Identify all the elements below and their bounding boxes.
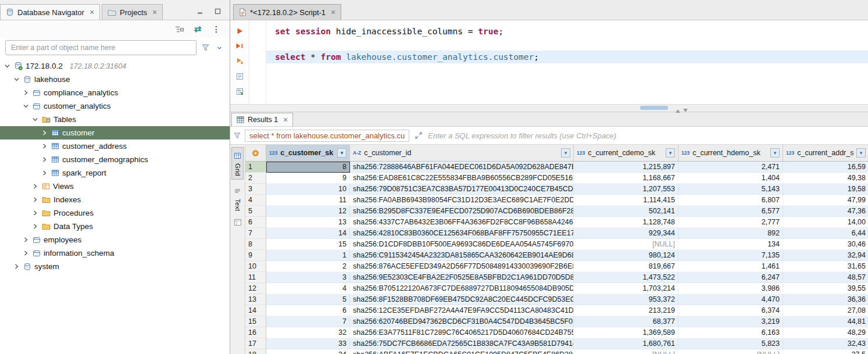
cell-c_current_hdemo_sk[interactable]: 3,219 <box>678 316 783 327</box>
row-number[interactable]: 11 <box>245 272 266 283</box>
tab-sql-script[interactable]: *<172.18.0.2> Script-1 × <box>233 4 341 20</box>
maximize-icon[interactable] <box>212 6 223 16</box>
cell-c_current_hdemo_sk[interactable]: 892 <box>678 228 783 239</box>
cell-c_current_addr_sk[interactable]: 47,99 <box>783 195 868 206</box>
cell-c_customer_sk[interactable]: 2 <box>266 261 350 272</box>
tree-item-lakehouse[interactable]: lakehouse <box>0 73 230 86</box>
cell-c_customer_id[interactable]: sha256:620746BED947362BCD6CF31B0A4C547DD… <box>350 316 574 327</box>
code-line[interactable] <box>266 38 868 51</box>
row-number[interactable]: 13 <box>245 294 266 305</box>
column-filter-icon[interactable]: ▾ <box>561 148 570 158</box>
cell-c_current_cdemo_sk[interactable]: [NULL] <box>574 239 678 250</box>
chevron-right-icon[interactable] <box>31 210 39 216</box>
cell-c_customer_id[interactable]: sha256:12CE35EFDABF272A4A47E9FA9CC5D4113… <box>350 305 574 316</box>
cell-c_current_addr_sk[interactable]: 47,36 <box>783 206 868 217</box>
cell-c_customer_id[interactable]: sha256:9E52303CE4FBA2E2F0525E8A5BFBD2C1A… <box>350 272 574 283</box>
row-number[interactable]: 5 <box>245 206 266 217</box>
chevron-right-icon[interactable] <box>31 197 39 202</box>
cell-c_current_addr_sk[interactable]: 36,36 <box>783 294 868 305</box>
row-number[interactable]: 14 <box>245 305 266 316</box>
row-number[interactable]: 9 <box>245 250 266 261</box>
cell-c_current_addr_sk[interactable]: 19,58 <box>783 184 868 195</box>
cell-c_current_cdemo_sk[interactable]: 953,372 <box>574 294 678 305</box>
cell-c_current_cdemo_sk[interactable]: 213,219 <box>574 305 678 316</box>
chevron-right-icon[interactable] <box>22 237 30 242</box>
tree-item-compliance-analytics[interactable]: compliance_analytics <box>0 86 230 99</box>
row-number[interactable]: 2 <box>245 173 266 184</box>
row-number[interactable]: 7 <box>245 228 266 239</box>
cell-c_current_addr_sk[interactable]: 48,29 <box>783 327 868 338</box>
cell-c_current_addr_sk[interactable]: 48,57 <box>783 272 868 283</box>
cell-c_current_hdemo_sk[interactable]: 5,143 <box>678 184 783 195</box>
column-filter-icon[interactable]: ▾ <box>666 148 675 158</box>
cell-c_customer_id[interactable]: sha256:D1CDF8DBB10F500EA9693C86DE6DEAA05… <box>350 239 574 250</box>
editor-results-sash[interactable] <box>230 104 868 112</box>
cell-c_current_cdemo_sk[interactable]: 68,377 <box>574 316 678 327</box>
cell-c_current_cdemo_sk[interactable]: 980,124 <box>574 250 678 261</box>
cell-c_current_addr_sk[interactable]: 31,65 <box>783 261 868 272</box>
cell-c_current_hdemo_sk[interactable]: 6,577 <box>678 206 783 217</box>
collapse-all-icon[interactable] <box>174 24 184 34</box>
cell-c_current_hdemo_sk[interactable]: 6,247 <box>678 272 783 283</box>
cell-c_current_cdemo_sk[interactable]: 1,369,589 <box>574 327 678 338</box>
chevron-right-icon[interactable] <box>22 251 30 256</box>
cell-c_customer_id[interactable]: sha256:72888646ABF61FA044EDEC061D6DA5A09… <box>350 162 574 173</box>
cell-c_current_addr_sk[interactable]: 32,43 <box>783 338 868 349</box>
row-number[interactable]: 3 <box>245 184 266 195</box>
tree-item-customer-analytics[interactable]: customer_analytics <box>0 99 230 113</box>
row-number[interactable]: 1 <box>245 162 266 173</box>
execute-script-icon[interactable] <box>234 41 245 51</box>
cell-c_customer_sk[interactable]: 14 <box>266 228 350 239</box>
cell-c_current_addr_sk[interactable]: 49,38 <box>783 173 868 184</box>
column-header-c_current_hdemo_sk[interactable]: 123c_current_hdemo_sk▾ <box>678 145 783 161</box>
cell-c_customer_id[interactable]: sha256:E3A77511F81C7289C76C4065217D5D406… <box>350 327 574 338</box>
cell-c_customer_sk[interactable]: 15 <box>266 239 350 250</box>
cell-c_customer_id[interactable]: sha256:4337C7AB6432E3B06FF4A3636FD2F8CC8… <box>350 217 574 228</box>
cell-c_customer_sk[interactable]: 4 <box>266 283 350 294</box>
cell-c_customer_id[interactable]: sha256:876ACE5EFED349A2D56F77D5084891433… <box>350 261 574 272</box>
cell-c_current_cdemo_sk[interactable]: 1,207,553 <box>574 184 678 195</box>
cell-c_current_addr_sk[interactable]: 6,44 <box>783 228 868 239</box>
cell-c_customer_sk[interactable]: 12 <box>266 206 350 217</box>
cell-c_current_addr_sk[interactable]: 27,08 <box>783 305 868 316</box>
cell-c_customer_id[interactable]: sha256:ABFA16E7E1ECBDCA65C01CE1095D847C5… <box>350 349 574 354</box>
tree-item-employees[interactable]: employees <box>0 233 230 246</box>
tree-item-system[interactable]: system <box>0 260 230 273</box>
cell-c_current_hdemo_sk[interactable]: 134 <box>678 239 783 250</box>
cell-c_current_addr_sk[interactable]: 32,94 <box>783 250 868 261</box>
column-header-c_current_cdemo_sk[interactable]: 123c_current_cdemo_sk▾ <box>574 145 678 161</box>
chevron-down-icon[interactable] <box>22 103 30 109</box>
sql-code-area[interactable]: set session hide_inaccessible_columns = … <box>266 20 868 104</box>
cell-c_customer_sk[interactable]: 34 <box>266 349 350 354</box>
cell-c_current_cdemo_sk[interactable]: 1,473,522 <box>574 272 678 283</box>
cell-c_customer_sk[interactable]: 8 <box>266 162 350 173</box>
column-filter-icon[interactable]: ▾ <box>856 148 866 158</box>
cell-c_customer_sk[interactable]: 5 <box>266 294 350 305</box>
tree-item-customer[interactable]: customer <box>0 126 230 140</box>
cell-c_current_hdemo_sk[interactable]: 6,807 <box>678 195 783 206</box>
horizontal-scrollbar-thumb[interactable] <box>640 106 668 110</box>
cell-c_current_cdemo_sk[interactable]: 502,141 <box>574 206 678 217</box>
row-number[interactable]: 18 <box>245 349 266 354</box>
chevron-right-icon[interactable] <box>41 170 48 176</box>
cell-c_current_cdemo_sk[interactable]: 819,667 <box>574 261 678 272</box>
column-filter-icon[interactable]: ▾ <box>770 148 780 158</box>
cell-c_current_addr_sk[interactable]: 16,59 <box>783 162 868 173</box>
chevron-down-icon[interactable] <box>3 63 11 69</box>
cell-c_customer_id[interactable]: sha256:FA0ABB6943B98054FC31D12D3E3AEC689… <box>350 195 574 206</box>
cell-c_current_hdemo_sk[interactable]: 2,777 <box>678 217 783 228</box>
grid-options-gear-icon[interactable] <box>245 145 266 161</box>
row-number[interactable]: 10 <box>245 261 266 272</box>
tree-item-information-schema[interactable]: information_schema <box>0 246 230 260</box>
cell-c_current_cdemo_sk[interactable]: 1,215,897 <box>574 162 678 173</box>
cell-c_customer_id[interactable]: sha256:B705122120A673FC7DE6889727DB11809… <box>350 283 574 294</box>
export-results-icon[interactable] <box>234 86 245 96</box>
cell-c_customer_id[interactable]: sha256:B295D8FC337E9E4FECD0725D907ACD6B6… <box>350 206 574 217</box>
tab-results-1[interactable]: Results 1 × <box>231 113 293 126</box>
chevron-right-icon[interactable] <box>41 130 48 135</box>
cell-c_current_cdemo_sk[interactable]: 1,128,748 <box>574 217 678 228</box>
tree-item-customer-demographics[interactable]: customer_demographics <box>0 153 230 166</box>
tree-item-customer-address[interactable]: customer_address <box>0 140 230 153</box>
execute-new-tab-icon[interactable] <box>234 56 245 66</box>
cell-c_current_cdemo_sk[interactable]: 1,114,415 <box>574 195 678 206</box>
